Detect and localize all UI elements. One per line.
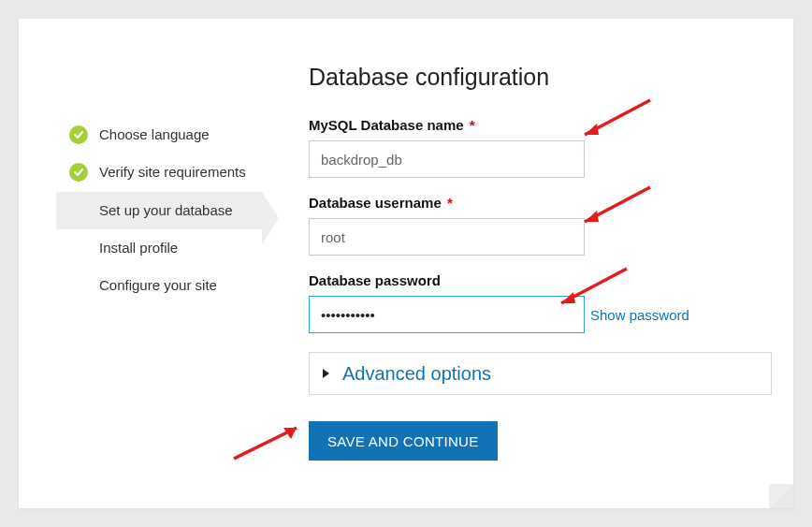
step-label: Configure your site: [99, 276, 253, 295]
step-label: Verify site requirements: [99, 163, 253, 182]
page-curl-icon: [769, 484, 793, 508]
step-label: Choose language: [99, 125, 253, 144]
label-text: Database username: [309, 195, 442, 211]
db-username-label: Database username *: [309, 195, 772, 211]
db-username-input[interactable]: [309, 218, 585, 256]
field-db-password: Database password Show password: [309, 272, 772, 333]
required-marker: *: [447, 195, 453, 211]
install-steps-sidebar: Choose language Verify site requirements…: [56, 116, 262, 304]
step-verify-requirements: Verify site requirements: [56, 154, 262, 191]
svg-marker-7: [283, 428, 297, 439]
step-choose-language: Choose language: [56, 116, 262, 154]
password-row: Show password: [309, 296, 772, 333]
field-db-username: Database username *: [309, 195, 772, 256]
installer-card: Choose language Verify site requirements…: [19, 19, 793, 508]
required-marker: *: [470, 117, 475, 133]
svg-line-6: [234, 428, 297, 459]
db-password-label: Database password: [309, 272, 772, 288]
step-setup-database: Set up your database: [56, 192, 262, 229]
label-text: Database password: [309, 272, 441, 288]
check-icon: [69, 163, 88, 182]
step-configure-site: Configure your site: [56, 267, 262, 304]
field-db-name: MySQL Database name *: [309, 117, 772, 178]
caret-right-icon: [323, 369, 329, 378]
label-text: MySQL Database name: [309, 117, 464, 133]
advanced-options-label: Advanced options: [342, 363, 491, 385]
annotation-arrow: [229, 417, 313, 463]
step-install-profile: Install profile: [56, 229, 262, 267]
db-name-input[interactable]: [309, 140, 585, 178]
db-password-input[interactable]: [309, 296, 585, 333]
step-label: Install profile: [99, 239, 253, 257]
save-and-continue-button[interactable]: Save and continue: [309, 421, 498, 461]
advanced-options-toggle[interactable]: Advanced options: [309, 352, 772, 395]
check-icon: [69, 125, 88, 144]
page-title: Database configuration: [309, 64, 772, 91]
main-form-area: Database configuration MySQL Database na…: [309, 64, 772, 461]
show-password-link[interactable]: Show password: [590, 307, 689, 323]
db-name-label: MySQL Database name *: [309, 117, 772, 133]
step-label: Set up your database: [99, 201, 253, 220]
